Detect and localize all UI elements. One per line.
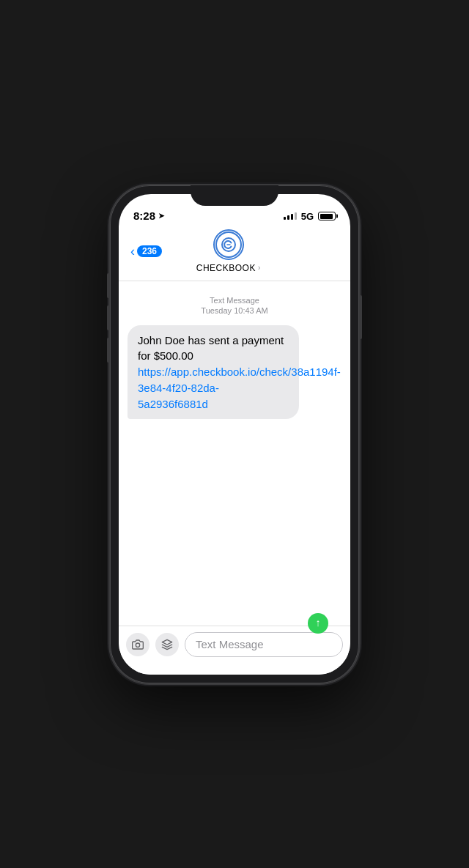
phone-frame: 8:28 ➤ 5G ‹ 236: [110, 185, 359, 683]
back-button[interactable]: ‹ 236: [130, 245, 162, 258]
text-input-wrapper: Text Message ↑: [185, 632, 343, 657]
checkbook-logo-icon: [221, 237, 237, 253]
contact-avatar: [213, 229, 244, 260]
contact-avatar-inner: [215, 231, 242, 258]
message-text-plain: John Doe has sent a payment for $500.00: [138, 334, 284, 363]
contact-detail-chevron-icon: ›: [258, 264, 260, 272]
battery-icon: [318, 212, 336, 220]
status-right: 5G: [284, 211, 336, 222]
send-button[interactable]: ↑: [308, 613, 328, 634]
message-link[interactable]: https://app.checkbook.io/check/38a1194f-…: [138, 366, 341, 410]
back-badge-count: 236: [137, 245, 162, 257]
contact-name-row: CHECKBOOK ›: [196, 263, 261, 273]
time-display: 8:28: [133, 209, 155, 222]
message-timestamp: Text Message Tuesday 10:43 AM: [130, 293, 339, 315]
nav-header: ‹ 236 CHECKBOOK ›: [119, 226, 350, 281]
camera-icon: [132, 639, 144, 650]
back-chevron-icon: ‹: [130, 245, 135, 258]
signal-bars-icon: [284, 212, 297, 220]
phone-screen: 8:28 ➤ 5G ‹ 236: [119, 194, 350, 675]
network-type-label: 5G: [301, 211, 314, 222]
message-bubble: John Doe has sent a payment for $500.00 …: [128, 325, 299, 420]
message-type-label: Text Message: [210, 296, 259, 305]
location-arrow-icon: ➤: [158, 212, 164, 220]
battery-fill: [320, 214, 333, 219]
contact-center[interactable]: CHECKBOOK ›: [196, 229, 261, 273]
camera-button[interactable]: [126, 633, 149, 656]
svg-point-2: [136, 643, 139, 647]
message-row: John Doe has sent a payment for $500.00 …: [119, 324, 350, 421]
send-arrow-icon: ↑: [316, 617, 321, 628]
apps-icon: [161, 639, 173, 650]
text-message-input[interactable]: Text Message: [185, 632, 343, 657]
apps-button[interactable]: [155, 633, 179, 656]
input-bar: Text Message ↑: [119, 626, 350, 675]
input-placeholder: Text Message: [196, 638, 264, 650]
notch: [191, 185, 278, 206]
status-time: 8:28 ➤: [133, 209, 164, 222]
message-date-label: Tuesday 10:43 AM: [130, 306, 339, 315]
messages-area[interactable]: Text Message Tuesday 10:43 AM John Doe h…: [119, 281, 350, 626]
contact-name-label: CHECKBOOK: [196, 263, 256, 273]
